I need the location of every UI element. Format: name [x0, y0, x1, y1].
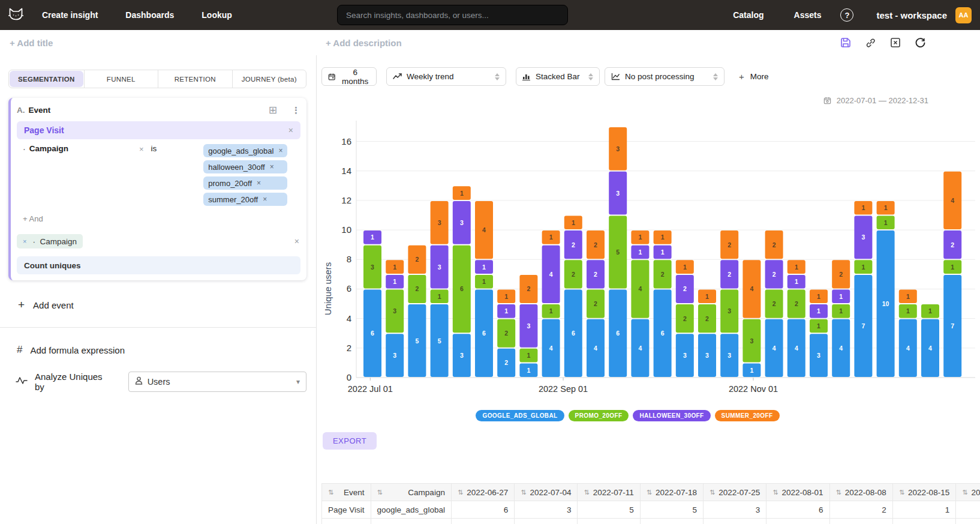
workspace-name[interactable]: test - workspace: [876, 10, 947, 20]
save-icon[interactable]: [840, 37, 851, 48]
sort-icon[interactable]: ⇅: [710, 489, 715, 496]
tab-funnel[interactable]: FUNNEL: [84, 70, 159, 88]
remove-value-icon[interactable]: ×: [278, 146, 282, 155]
bar-segment-value: 1: [906, 307, 910, 315]
chevron-down-icon: ▾: [296, 378, 300, 386]
filter-value-chip[interactable]: google_ads_global×: [203, 144, 287, 157]
breakdown-property: Campaign: [40, 237, 77, 246]
table-cell: 6: [451, 501, 514, 519]
bar-segment-value: 1: [795, 264, 798, 271]
date-range-button[interactable]: 6 months: [321, 67, 377, 86]
remove-filter-icon[interactable]: ×: [139, 144, 144, 206]
table-cell: 1: [892, 501, 955, 519]
bar-segment-value: 2: [504, 330, 508, 337]
person-icon: [135, 376, 143, 387]
add-title-field[interactable]: + Add title: [10, 38, 53, 48]
top-navigation: Create insight Dashboards Lookup Catalog…: [0, 0, 980, 30]
add-and-condition[interactable]: + And: [23, 214, 300, 223]
panel-divider: [0, 327, 316, 328]
help-icon[interactable]: ?: [840, 8, 853, 22]
remove-breakdown-icon[interactable]: ×: [23, 238, 26, 245]
sort-icon[interactable]: ⇅: [962, 489, 967, 496]
share-link-icon[interactable]: [865, 37, 876, 49]
nav-create-insight[interactable]: Create insight: [42, 10, 98, 20]
waveform-icon: [16, 376, 28, 388]
sort-icon[interactable]: ⇅: [836, 489, 841, 496]
remove-event-icon[interactable]: ×: [288, 125, 293, 135]
tab-segmentation[interactable]: SEGMENTATION: [10, 71, 83, 87]
post-processing-select[interactable]: No post processing: [605, 67, 725, 86]
analysis-tabbar: SEGMENTATION FUNNEL RETENTION JOURNEY (b…: [8, 70, 306, 88]
add-formula-button[interactable]: # Add formula expression: [17, 344, 306, 356]
legend-pill[interactable]: GOOGLE_ADS_GLOBAL: [476, 410, 564, 421]
export-button[interactable]: EXPORT: [323, 432, 377, 450]
nav-catalog[interactable]: Catalog: [733, 10, 763, 20]
filter-value-chip[interactable]: summer_20off×: [203, 193, 287, 206]
bar-segment-value: 1: [549, 233, 553, 241]
filter-operator[interactable]: is: [151, 144, 157, 206]
bar-segment-value: 1: [906, 293, 910, 300]
remove-value-icon[interactable]: ×: [263, 195, 267, 203]
sort-icon[interactable]: ⇅: [584, 489, 589, 496]
event-menu-icon[interactable]: ⋮: [291, 106, 300, 115]
select-arrows-icon: [713, 73, 718, 80]
bar-segment-value: 1: [817, 322, 820, 330]
nav-assets[interactable]: Assets: [794, 10, 822, 20]
sort-icon[interactable]: ⇅: [328, 489, 333, 496]
event-card: A. Event ⊞ ⋮ Page Visit × · Campaign × i…: [8, 98, 306, 280]
bar-segment-value: 1: [527, 352, 530, 359]
analyze-by-select[interactable]: Users ▾: [128, 372, 306, 392]
table-cell: 3: [704, 519, 766, 524]
legend-pill[interactable]: PROMO_20OFF: [569, 410, 629, 421]
sort-icon[interactable]: ⇅: [458, 489, 463, 496]
add-description-field[interactable]: + Add description: [326, 38, 402, 48]
sort-icon[interactable]: ⇅: [377, 489, 383, 496]
bar-segment-value: 1: [795, 278, 798, 285]
table-cell: 2: [829, 501, 892, 519]
bar-segment-value: 2: [572, 271, 575, 278]
breakdown-chip[interactable]: × · Campaign: [17, 234, 83, 248]
global-search-input[interactable]: [337, 5, 568, 25]
clear-insight-icon[interactable]: [890, 37, 901, 48]
bar-segment-value: 3: [817, 352, 820, 359]
add-filter-icon[interactable]: ⊞: [269, 105, 277, 115]
nav-lookup[interactable]: Lookup: [202, 10, 232, 20]
filter-value-chip[interactable]: halloween_30off×: [203, 160, 287, 173]
bar-chart-icon: [522, 73, 531, 80]
table-row: Page Visithalloween_30off1133113: [322, 519, 980, 524]
table-cell: [578, 519, 640, 524]
legend-pill[interactable]: HALLOWEEN_30OFF: [633, 410, 710, 421]
calendar-icon: [823, 97, 831, 104]
sort-icon[interactable]: ⇅: [772, 489, 778, 496]
hash-icon: #: [17, 344, 22, 356]
bar-segment-value: 3: [393, 352, 396, 359]
tab-journey[interactable]: JOURNEY (beta): [233, 70, 306, 88]
bar-segment-value: 2: [772, 241, 776, 248]
bar-segment-value: 1: [638, 233, 642, 241]
bar-segment-value: 1: [527, 367, 530, 374]
remove-breakdown-row-icon[interactable]: ×: [294, 236, 299, 246]
filter-property[interactable]: Campaign: [29, 144, 68, 206]
legend-pill[interactable]: SUMMER_20OFF: [715, 410, 780, 421]
remove-value-icon[interactable]: ×: [257, 179, 261, 187]
aggregation-selector[interactable]: Count uniques: [17, 256, 300, 274]
sort-icon[interactable]: ⇅: [521, 489, 526, 496]
filter-values: google_ads_global× halloween_30off× prom…: [203, 144, 287, 206]
table-column-header: ⇅Event: [322, 484, 371, 501]
filter-value-chip[interactable]: promo_20off×: [203, 176, 287, 190]
app-logo-cat-icon[interactable]: [6, 5, 26, 25]
remove-value-icon[interactable]: ×: [270, 163, 274, 171]
chart-type-select[interactable]: Stacked Bar: [516, 67, 600, 86]
nav-dashboards[interactable]: Dashboards: [125, 10, 174, 20]
tab-retention[interactable]: RETENTION: [158, 70, 233, 88]
add-event-button[interactable]: + Add event: [18, 298, 306, 312]
user-avatar[interactable]: AA: [955, 7, 972, 23]
stacked-bar-chart[interactable]: 0246810121416Unique users631331152251333…: [321, 109, 978, 409]
sort-icon[interactable]: ⇅: [647, 489, 652, 496]
bar-segment-value: 2: [527, 285, 530, 292]
event-selector[interactable]: Page Visit ×: [17, 121, 300, 139]
sort-icon[interactable]: ⇅: [899, 489, 904, 496]
refresh-icon[interactable]: [915, 37, 926, 49]
trend-select[interactable]: Weekly trend: [386, 67, 506, 86]
more-options-button[interactable]: + More: [739, 71, 769, 82]
